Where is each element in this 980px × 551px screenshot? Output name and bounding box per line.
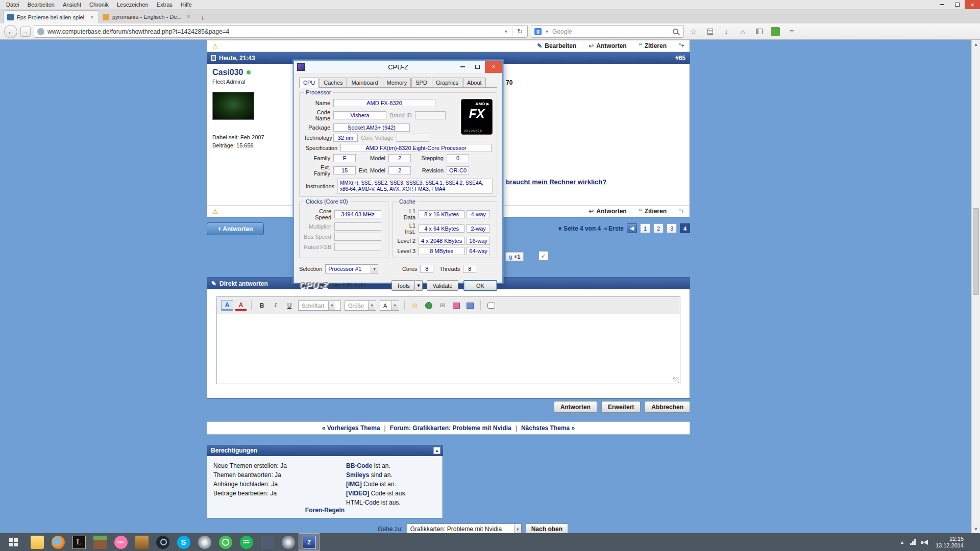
taskbar-app-cd-player[interactable] [278, 533, 299, 551]
multiquote-button[interactable]: “+ [679, 42, 684, 49]
taskbar-app-osu[interactable]: osu! [110, 533, 131, 551]
ok-button[interactable]: OK [463, 280, 497, 291]
underline-button[interactable]: U [283, 300, 296, 311]
bookmark-star-button[interactable]: ☆ [687, 25, 700, 38]
advanced-button[interactable]: Erweitert [601, 401, 641, 413]
page-link-2[interactable]: 2 [653, 223, 664, 233]
start-button[interactable] [0, 533, 27, 551]
cpuz-titlebar[interactable]: CPU-Z × [294, 61, 502, 73]
search-engine-dropdown-icon[interactable]: ▾ [544, 29, 550, 34]
previous-thread-link[interactable]: « Vorheriges Thema [322, 424, 380, 432]
taskbar-app-game[interactable] [131, 533, 152, 551]
new-tab-button[interactable]: + [196, 12, 209, 23]
next-thread-link[interactable]: Nächstes Thema » [521, 424, 575, 432]
tab-about[interactable]: About [463, 78, 486, 87]
insert-image-button[interactable] [450, 300, 462, 311]
reload-icon[interactable]: ↻ [516, 28, 524, 35]
bookmarks-menu-button[interactable] [703, 25, 717, 38]
insert-quote-button[interactable] [485, 300, 497, 311]
tab-mainboard[interactable]: Mainboard [348, 78, 382, 87]
img-code-link[interactable]: [IMG] [346, 481, 362, 488]
google-search-engine-icon[interactable]: g [534, 28, 542, 35]
tab-fps-probleme[interactable]: Fps Proleme bei allen spiel... × [3, 10, 99, 23]
insert-video-button[interactable] [464, 300, 476, 311]
smiley-button[interactable]: ☺ [409, 300, 421, 311]
smileys-link[interactable]: Smileys [346, 471, 369, 479]
menu-chronik[interactable]: Chronik [85, 1, 113, 9]
hidden-icons-button[interactable]: ▲ [900, 540, 904, 545]
editor-mode-button[interactable]: A [221, 300, 233, 311]
taskbar-app-media-player[interactable] [194, 533, 215, 551]
size-select[interactable]: Größe▾ [345, 300, 376, 311]
taskbar-app-league-of-legends[interactable]: L [68, 533, 89, 551]
forum-link[interactable]: Forum: Grafikkarten: Probleme mit Nvidia [390, 424, 511, 432]
insert-link-button[interactable] [423, 300, 435, 311]
page-scrollbar[interactable]: ▲ ▼ [971, 40, 980, 533]
cpuz-close-button[interactable]: × [485, 61, 502, 73]
tools-button[interactable]: Tools [391, 280, 415, 291]
menu-bearbeiten[interactable]: Bearbeiten [23, 1, 59, 9]
bbcode-link[interactable]: BB-Code [346, 462, 372, 469]
share-check-button[interactable]: ✓ [538, 251, 548, 261]
font-select[interactable]: Schriftart▾ [298, 300, 341, 311]
back-button[interactable]: ← [4, 25, 17, 38]
search-bar[interactable]: g ▾ Google [531, 25, 684, 38]
menu-hilfe[interactable]: Hilfe [177, 1, 196, 9]
tab-close-icon[interactable]: × [186, 13, 191, 20]
downloads-button[interactable]: ↓ [720, 25, 733, 38]
forum-rules-link[interactable]: Foren-Regeln [207, 507, 443, 514]
tab-spd[interactable]: SPD [411, 78, 431, 87]
taskbar-clock[interactable]: 22:15 13.12.2014 [936, 536, 964, 549]
scroll-down-icon[interactable]: ▼ [972, 524, 980, 533]
taskbar-app-minecraft[interactable] [89, 533, 110, 551]
tab-close-icon[interactable]: × [89, 14, 95, 21]
tab-cpu[interactable]: CPU [299, 78, 319, 88]
window-minimize-button[interactable] [934, 0, 949, 9]
scrollbar-thumb[interactable] [973, 208, 979, 295]
quote-button[interactable]: “Zitieren [639, 42, 667, 49]
extension-button[interactable] [769, 25, 782, 38]
validate-button[interactable]: Validate [427, 280, 458, 291]
taskbar-app-firefox[interactable] [47, 533, 68, 551]
site-identity-icon[interactable] [37, 28, 44, 35]
url-dropdown-icon[interactable]: ▾ [503, 29, 509, 34]
resize-grip[interactable] [673, 377, 679, 383]
cpuz-window[interactable]: CPU-Z × CPU Caches Mainboard Memory SPD … [293, 60, 503, 283]
forward-button[interactable]: → [20, 27, 31, 37]
google-plus-one-button[interactable]: g +1 [505, 252, 524, 261]
tab-pyromania[interactable]: pyromania - Englisch - De... × [99, 10, 195, 23]
taskbar-app-explorer[interactable] [27, 533, 47, 551]
cancel-button[interactable]: Abbrechen [645, 401, 690, 413]
tab-graphics[interactable]: Graphics [432, 78, 462, 87]
menu-button[interactable]: ≡ [785, 25, 798, 38]
page-link-1[interactable]: 1 [640, 223, 650, 233]
reply-button[interactable]: ↩Antworten [589, 208, 626, 215]
submit-reply-button[interactable]: Antworten [554, 401, 597, 413]
report-icon[interactable]: ⚠ [212, 208, 218, 215]
url-bar[interactable]: www.computerbase.de/forum/showthread.php… [34, 25, 528, 38]
search-input[interactable]: Google [552, 28, 670, 35]
volume-icon[interactable] [921, 540, 928, 545]
bold-button[interactable]: B [256, 300, 268, 311]
cpuz-minimize-button[interactable] [455, 61, 470, 73]
insert-email-button[interactable]: ✉ [436, 300, 449, 311]
avatar-image[interactable] [212, 92, 254, 120]
source-mode-button[interactable]: A [235, 300, 247, 311]
sidebar-button[interactable] [752, 25, 766, 38]
video-code-link[interactable]: [VIDEO] [346, 490, 369, 497]
home-button[interactable]: ⌂ [736, 25, 749, 38]
post-number[interactable]: #65 [675, 55, 685, 62]
taskbar-app-skype[interactable]: S [173, 533, 194, 551]
goto-forum-select[interactable]: Grafikkarten: Probleme mit Nvidia▾ [407, 523, 522, 533]
network-icon[interactable] [910, 539, 916, 545]
previous-page-button[interactable]: ◀ [627, 223, 637, 233]
menu-extras[interactable]: Extras [153, 1, 177, 9]
window-close-button[interactable]: × [965, 0, 980, 9]
menu-lesezeichen[interactable]: Lesezeichen [113, 1, 153, 9]
tools-dropdown-button[interactable]: ▾ [415, 280, 423, 291]
search-icon[interactable] [673, 29, 678, 34]
page-indicator[interactable]: ▾Seite 4 von 4 [558, 225, 601, 232]
taskbar-app-steam[interactable] [152, 533, 173, 551]
first-page-link[interactable]: «Erste [604, 225, 624, 232]
taskbar-app-whatsapp[interactable] [215, 533, 236, 551]
